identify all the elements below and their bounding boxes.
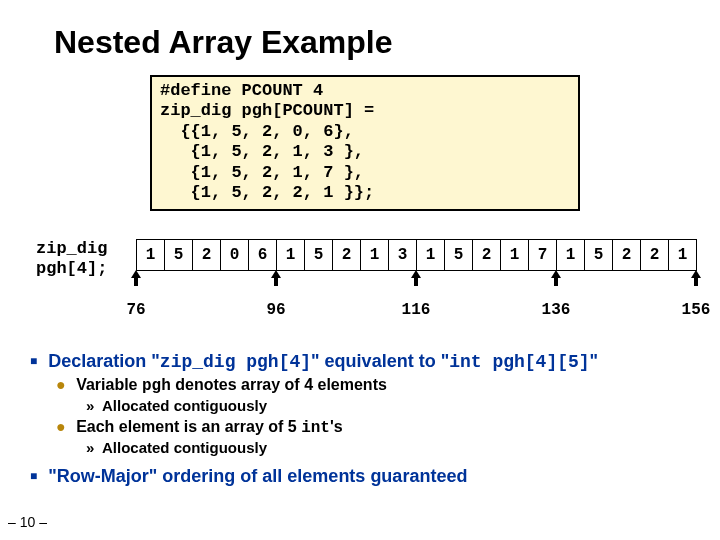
square-bullet-icon: ■ xyxy=(30,469,37,483)
memory-cell: 1 xyxy=(669,240,697,271)
memory-cell: 1 xyxy=(557,240,585,271)
address-label: 116 xyxy=(402,301,431,319)
memory-cell: 6 xyxy=(249,240,277,271)
bullet-row-major: ■ "Row-Major" ordering of all elements g… xyxy=(30,466,702,487)
slide: Nested Array Example #define PCOUNT 4 zi… xyxy=(0,0,720,540)
memory-cell: 5 xyxy=(305,240,333,271)
memory-cell: 1 xyxy=(501,240,529,271)
bullet-alloc-contig-2: » Allocated contiguously xyxy=(86,439,702,456)
memory-cell: 1 xyxy=(417,240,445,271)
code-inline: zip_dig pgh[4] xyxy=(160,352,311,372)
bullet-declaration: ■ Declaration "zip_dig pgh[4]" equivalen… xyxy=(30,351,702,372)
text: 's xyxy=(330,418,343,435)
text: "Row-Major" ordering of all elements gua… xyxy=(48,466,467,486)
svg-marker-4 xyxy=(691,270,701,286)
chevron-bullet-icon: » xyxy=(86,397,94,414)
text: Allocated contiguously xyxy=(102,439,267,456)
text: Declaration " xyxy=(48,351,160,371)
memory-cell: 1 xyxy=(277,240,305,271)
text: Each element is an array of 5 xyxy=(76,418,301,435)
memory-diagram: zip_dig pgh[4]; 15206152131521715221 769… xyxy=(36,235,702,345)
memory-cell: 2 xyxy=(473,240,501,271)
text: denotes array of 4 elements xyxy=(171,376,387,393)
slide-title: Nested Array Example xyxy=(54,24,702,61)
bullet-area: ■ Declaration "zip_dig pgh[4]" equivalen… xyxy=(30,351,702,487)
disc-bullet-icon: ● xyxy=(56,376,66,393)
chevron-bullet-icon: » xyxy=(86,439,94,456)
memory-cell: 3 xyxy=(389,240,417,271)
memory-cell: 5 xyxy=(165,240,193,271)
memory-cell: 1 xyxy=(137,240,165,271)
bullet-alloc-contig-1: » Allocated contiguously xyxy=(86,397,702,414)
memory-cell: 2 xyxy=(193,240,221,271)
bullet-variable-pgh: ● Variable pgh denotes array of 4 elemen… xyxy=(56,376,702,395)
disc-bullet-icon: ● xyxy=(56,418,66,435)
address-label: 136 xyxy=(542,301,571,319)
text: Allocated contiguously xyxy=(102,397,267,414)
address-label: 156 xyxy=(682,301,711,319)
address-label: 96 xyxy=(266,301,285,319)
svg-marker-3 xyxy=(551,270,561,286)
code-inline: int pgh[4][5] xyxy=(449,352,589,372)
bullet-each-element: ● Each element is an array of 5 int's xyxy=(56,418,702,437)
svg-marker-1 xyxy=(271,270,281,286)
memory-cell: 5 xyxy=(585,240,613,271)
text: " equivalent to " xyxy=(311,351,449,371)
memory-table: 15206152131521715221 xyxy=(136,239,697,271)
square-bullet-icon: ■ xyxy=(30,354,37,368)
code-inline: int xyxy=(301,419,330,437)
memory-label: zip_dig pgh[4]; xyxy=(36,239,107,278)
code-block: #define PCOUNT 4 zip_dig pgh[PCOUNT] = {… xyxy=(150,75,580,211)
text: Variable xyxy=(76,376,142,393)
address-label: 76 xyxy=(126,301,145,319)
text: " xyxy=(590,351,599,371)
svg-marker-2 xyxy=(411,270,421,286)
memory-cell: 2 xyxy=(613,240,641,271)
memory-cell: 2 xyxy=(641,240,669,271)
memory-cell: 7 xyxy=(529,240,557,271)
memory-cell: 1 xyxy=(361,240,389,271)
memory-cell: 2 xyxy=(333,240,361,271)
code-inline: pgh xyxy=(142,377,171,395)
svg-marker-0 xyxy=(131,270,141,286)
memory-cell: 0 xyxy=(221,240,249,271)
memory-cell: 5 xyxy=(445,240,473,271)
page-number: – 10 – xyxy=(8,514,47,530)
